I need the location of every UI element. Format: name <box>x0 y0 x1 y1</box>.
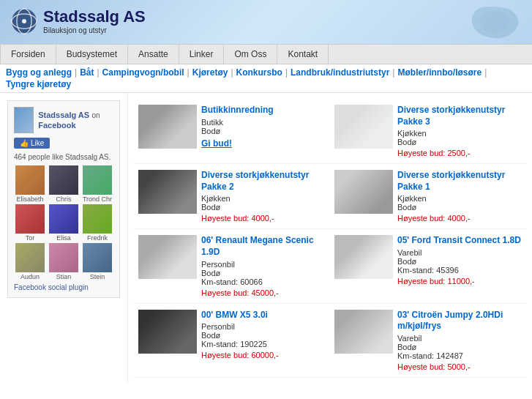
listing-title[interactable]: 05' Ford Transit Connect 1.8D <box>397 235 522 247</box>
fb-page-name[interactable]: Stadssalg AS <box>38 111 89 119</box>
listing-category: Personbil <box>201 322 326 331</box>
nav-forsiden[interactable]: Forsiden <box>0 45 56 64</box>
subnav-konkursbo[interactable]: Konkursbo <box>236 67 282 78</box>
subnav-landbruk[interactable]: Landbruk/industriutstyr <box>291 67 389 78</box>
listing-category: Kjøkken <box>397 129 522 138</box>
like-button[interactable]: 👍 Like <box>14 138 50 149</box>
listing-item: 03' Citroën Jumpy 2.0HDi m/kjøl/frys Var… <box>330 304 526 378</box>
friend-avatar <box>15 243 45 272</box>
subnav-bygg[interactable]: Bygg og anlegg <box>6 67 72 78</box>
friend-name: Stian <box>56 273 72 280</box>
friend-item[interactable]: Stein <box>81 243 113 280</box>
friend-item[interactable]: Fredrik <box>81 204 113 242</box>
listing-title[interactable]: 06' Renault Megane Scenic 1.9D <box>201 235 326 258</box>
friend-name: Elisabeth <box>16 195 43 203</box>
sep2: | <box>97 67 99 78</box>
friend-item[interactable]: Audun <box>14 243 46 280</box>
sep1: | <box>75 67 77 78</box>
nav-linker[interactable]: Linker <box>179 45 225 64</box>
listing-thumbnail <box>138 310 197 354</box>
subnav-mobler[interactable]: Møbler/innbo/løsøre <box>397 67 482 78</box>
listing-km: Km-stand: 142487 <box>397 351 522 360</box>
listing-title[interactable]: 03' Citroën Jumpy 2.0HDi m/kjøl/frys <box>397 310 522 332</box>
logo-icon <box>11 8 37 34</box>
nav-om-oss[interactable]: Om Oss <box>224 45 277 64</box>
friend-item[interactable]: Tor <box>14 204 46 242</box>
friend-name: Elisa <box>56 234 71 242</box>
subnav-tyngre[interactable]: Tyngre kjøretøy <box>6 79 71 89</box>
listing-info: Butikkinnredning Butikk Bodø Gi bud! <box>201 105 326 149</box>
listing-title[interactable]: Diverse storkjøkkenutstyr Pakke 2 <box>201 170 326 193</box>
logo: Stadssalg AS Bilauksjon og utstyr <box>11 7 521 34</box>
listing-title[interactable]: Diverse storkjøkkenutstyr Pakke 3 <box>397 105 522 127</box>
subnav-camping[interactable]: Campingvogn/bobil <box>102 67 184 78</box>
sep3: | <box>187 67 190 78</box>
friend-avatar <box>49 165 78 195</box>
subnav-bat[interactable]: Båt <box>80 67 94 78</box>
listing-info: Diverse storkjøkkenutstyr Pakke 1 Kjøkke… <box>397 170 522 223</box>
listing-thumbnail <box>334 105 393 149</box>
fb-header: Stadssalg AS on Facebook <box>14 107 113 133</box>
listing-item: Diverse storkjøkkenutstyr Pakke 1 Kjøkke… <box>330 164 526 229</box>
logo-title: Stadssalg AS <box>43 7 146 26</box>
friend-avatar <box>49 243 78 272</box>
listing-title[interactable]: 00' BMW X5 3.0i <box>201 310 326 321</box>
fb-plugin-label[interactable]: Facebook social plugin <box>14 283 113 291</box>
bid-link[interactable]: Gi bud! <box>201 138 326 149</box>
fb-facebook-label[interactable]: Facebook <box>38 121 75 130</box>
fb-friends-grid: Elisabeth Chris Trond Chr Tor Elisa Fred… <box>14 165 113 280</box>
subnav-kjortoey[interactable]: Kjøretøy <box>192 67 228 78</box>
listing-info: Diverse storkjøkkenutstyr Pakke 2 Kjøkke… <box>201 170 326 223</box>
listing-category: Kjøkken <box>201 194 326 203</box>
nav-budsystemet[interactable]: Budsystemet <box>56 45 128 64</box>
listing-bid: Høyeste bud: 11000,- <box>397 277 522 286</box>
listing-location: Bodø <box>201 203 326 212</box>
listing-thumbnail <box>334 235 393 279</box>
listing-category: Personbil <box>201 260 326 269</box>
listing-bid: Høyeste bud: 2500,- <box>397 149 522 157</box>
listing-location: Bodø <box>201 331 326 340</box>
friend-name: Fredrik <box>87 234 108 242</box>
friend-avatar <box>15 204 45 234</box>
listing-location: Bodø <box>201 127 326 135</box>
listing-thumbnail <box>334 170 393 214</box>
listing-title[interactable]: Diverse storkjøkkenutstyr Pakke 1 <box>397 170 522 193</box>
header: Stadssalg AS Bilauksjon og utstyr <box>0 0 532 44</box>
logo-text: Stadssalg AS Bilauksjon og utstyr <box>43 7 146 34</box>
listing-km: Km-stand: 45396 <box>397 266 522 275</box>
logo-subtitle: Bilauksjon og utstyr <box>43 26 146 34</box>
listing-category: Varebil <box>397 334 522 343</box>
listing-thumbnail <box>138 235 197 279</box>
listing-location: Bodø <box>397 203 522 212</box>
listing-bid: Høyeste bud: 45000,- <box>201 288 326 297</box>
friend-avatar <box>83 243 112 272</box>
friend-item[interactable]: Trond Chr <box>81 165 113 203</box>
facebook-box: Stadssalg AS on Facebook 👍 Like 464 peop… <box>7 100 120 298</box>
friend-name: Stein <box>90 273 105 280</box>
listing-item: Butikkinnredning Butikk Bodø Gi bud! <box>134 99 330 164</box>
friend-name: Chris <box>56 195 71 203</box>
listing-bid: Høyeste bud: 5000,- <box>397 362 522 371</box>
listing-info: Diverse storkjøkkenutstyr Pakke 3 Kjøkke… <box>397 105 522 157</box>
listing-location: Bodø <box>397 138 522 146</box>
nav-ansatte[interactable]: Ansatte <box>128 45 179 64</box>
friend-item[interactable]: Chris <box>48 165 80 203</box>
listing-info: 06' Renault Megane Scenic 1.9D Personbil… <box>201 235 326 297</box>
friend-item[interactable]: Stian <box>48 243 80 280</box>
listing-info: 00' BMW X5 3.0i Personbil Bodø Km-stand:… <box>201 310 326 360</box>
friend-avatar <box>49 204 78 234</box>
listing-km: Km-stand: 190225 <box>201 340 326 348</box>
listing-thumbnail <box>138 105 197 149</box>
nav-kontakt[interactable]: Kontakt <box>277 45 329 64</box>
listing-item: 05' Ford Transit Connect 1.8D Varebil Bo… <box>330 229 526 303</box>
listings-grid: Butikkinnredning Butikk Bodø Gi bud! Div… <box>134 99 526 378</box>
listing-info: 05' Ford Transit Connect 1.8D Varebil Bo… <box>397 235 522 286</box>
listing-item: Diverse storkjøkkenutstyr Pakke 3 Kjøkke… <box>330 99 526 164</box>
listing-km: Km-stand: 60066 <box>201 277 326 286</box>
sep4: | <box>231 67 233 78</box>
friend-item[interactable]: Elisabeth <box>14 165 46 203</box>
friend-avatar <box>15 165 45 195</box>
friend-name: Tor <box>26 234 35 242</box>
listing-title[interactable]: Butikkinnredning <box>201 105 326 116</box>
friend-item[interactable]: Elisa <box>48 204 80 242</box>
